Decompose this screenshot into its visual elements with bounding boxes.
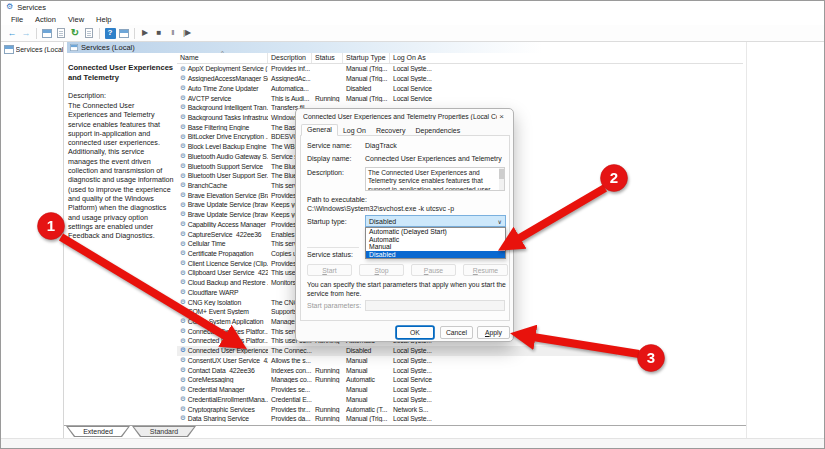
forward-icon[interactable]: → [19,27,33,40]
tab-standard[interactable]: Standard [132,426,196,437]
dialog-title-bar: Connected User Experiences and Telemetry… [296,109,513,124]
menu-action[interactable]: Action [29,15,62,24]
table-row[interactable]: ⚙Credential ManagerProvides se...ManualL… [177,385,617,395]
cell-name: ⚙Cellular Time [177,240,268,247]
sort-ascending-icon: ^ [221,50,224,56]
cell-name: ⚙Cloud Backup and Restore ... [177,279,268,286]
start-button[interactable]: Start [307,264,352,276]
service-gear-icon: ⚙ [180,270,186,277]
tab-extended[interactable]: Extended [66,426,130,437]
cancel-button[interactable]: Cancel [440,326,473,339]
cell-name: ⚙Capability Access Manager ... [177,221,268,228]
table-row[interactable]: ⚙AssignedAccessManager Se...AssignedAc..… [177,74,617,84]
stop-button[interactable]: Stop [359,264,404,276]
cell: Network S... [390,406,443,413]
cell-name: ⚙Brave Update Service (brave) [177,201,268,208]
scrollbar-thumb[interactable] [499,169,504,179]
cell: Local Syste... [390,65,443,72]
cell: Automatic [343,376,390,383]
service-gear-icon: ⚙ [180,182,186,189]
back-icon[interactable]: ← [5,27,19,40]
close-icon[interactable]: × [497,112,506,121]
service-gear-icon: ⚙ [180,66,186,73]
service-gear-icon: ⚙ [180,202,186,209]
cell: Provides thr... [268,406,312,413]
dropdown-option[interactable]: Automatic [366,236,505,244]
stop-service-icon[interactable]: ■ [152,27,166,40]
cell-name: ⚙Client Licence Service (Clip... [177,260,268,267]
restart-service-icon[interactable]: |▶ [180,27,194,40]
cell-name: ⚙Connected User Experience... [177,347,268,354]
toolbar-separator [99,28,100,39]
startup-type-combobox[interactable]: Disabled ∨ [365,215,506,227]
cell: Manual (Trig... [343,65,390,72]
table-row[interactable]: ⚙CredentialEnrollmentMana...Credential E… [177,394,617,404]
dialog-description-label: Description: [307,169,344,176]
table-row[interactable]: ⚙Contact Data_422ee36Indexes con...Runni… [177,365,617,375]
table-row[interactable]: ⚙ConsentUX User Service_42...Allows the … [177,356,617,366]
separator-line [307,247,359,248]
tree-item-services-local[interactable]: Services (Local) [4,45,63,54]
menu-bar: File Action View Help [1,13,825,25]
cell: Local Syste... [390,367,443,374]
cell: This is Audi... [268,95,312,102]
tab-general[interactable]: General [301,124,338,136]
table-row[interactable]: ⚙Cryptographic ServicesProvides thr...Ru… [177,404,617,414]
cell: Running [312,367,343,374]
export-list-icon[interactable] [82,27,96,40]
pause-service-icon[interactable]: ‖ [166,27,180,40]
cell-name: ⚙Contact Data_422ee36 [177,367,268,374]
show-window-icon[interactable] [117,27,131,40]
start-service-icon[interactable]: ▶ [138,27,152,40]
services-window: ⚙ Services File Action View Help ← → ↻ ?… [0,0,825,449]
column-header-startup-type[interactable]: Startup Type [343,53,390,63]
cell-name: ⚙Cloudflare WARP [177,289,268,296]
pause-button[interactable]: Pause [411,264,456,276]
cell-name: ⚙CaptureService_422ee36 [177,231,268,238]
help-icon[interactable]: ? [103,27,117,40]
show-console-tree-icon[interactable] [40,27,54,40]
resume-button[interactable]: Resume [463,264,508,276]
table-row[interactable]: ⚙Auto Time Zone UpdaterAutomatica...Disa… [177,83,617,93]
pane-edge [746,42,747,438]
column-header-description[interactable]: Description [268,53,312,63]
menu-file[interactable]: File [5,15,29,24]
start-parameters-input[interactable] [365,300,505,311]
refresh-icon[interactable]: ↻ [68,27,82,40]
service-gear-icon: ⚙ [180,124,186,131]
table-row[interactable]: ⚙AppX Deployment Service (...Provides in… [177,64,617,74]
column-header-log-on-as[interactable]: Log On As [390,53,443,63]
tab-extended-label: Extended [67,427,129,436]
menu-help[interactable]: Help [90,15,117,24]
menu-view[interactable]: View [62,15,90,24]
scrollbar[interactable] [499,168,504,190]
table-row[interactable]: ⚙Data Sharing ServiceProvides da...Runni… [177,414,617,424]
toolbar: ← → ↻ ? ▶ ■ ‖ |▶ [1,25,825,42]
view-tab-strip: Extended Standard [64,425,746,438]
selected-service-title: Connected User Experiences and Telemetry [68,63,174,82]
dropdown-option[interactable]: Disabled [366,251,505,259]
cell: Manual (Trig... [343,95,390,102]
console-icon [70,44,78,51]
start-parameters-label: Start parameters: [307,302,361,309]
ok-button[interactable]: OK [396,326,434,339]
dropdown-option[interactable]: Automatic (Delayed Start) [366,228,505,236]
apply-button[interactable]: Apply [477,326,510,339]
cell-name: ⚙Brave Update Service (brave... [177,211,268,218]
startup-type-dropdown: Automatic (Delayed Start)AutomaticManual… [365,227,506,259]
column-header-status[interactable]: Status [312,53,343,63]
dialog-description-box[interactable]: The Connected User Experiences and Telem… [365,167,505,191]
service-gear-icon: ⚙ [180,85,186,92]
table-row[interactable]: ⚙CoreMessagingManages co...RunningAutoma… [177,375,617,385]
description-label: Description: [68,91,174,100]
table-row[interactable]: ⚙AVCTP serviceThis is Audi...RunningManu… [177,93,617,103]
cell: Running [312,376,343,383]
cell: Local Service [390,376,443,383]
dropdown-option[interactable]: Manual [366,243,505,251]
properties-icon[interactable] [54,27,68,40]
service-gear-icon: ⚙ [180,328,186,335]
table-row[interactable]: ⚙Connected User Experience...The Connec.… [177,346,617,356]
service-gear-icon: ⚙ [180,221,186,228]
cell-name: ⚙Connected Devices Platfor... [177,328,268,335]
cell: AssignedAc... [268,75,312,82]
